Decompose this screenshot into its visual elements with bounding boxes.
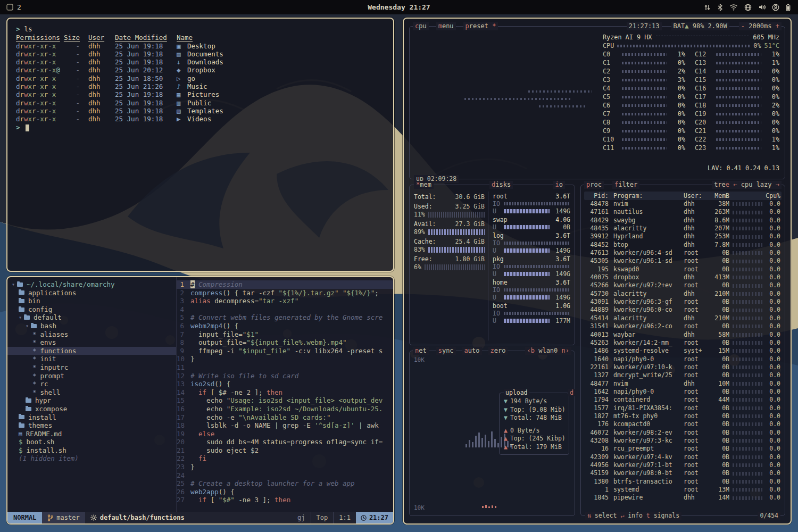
process-row[interactable]: 46072kworker/u98:2-evroot0B0.0 <box>584 429 782 437</box>
process-row[interactable]: 48429swaybgdhh8.6M0.0 <box>584 217 782 225</box>
process-row[interactable]: 45266kworker/u97:2+evroot0B0.0 <box>584 281 782 289</box>
wifi-icon[interactable] <box>729 4 738 11</box>
process-row[interactable]: 45263kworker/14:2-mm_root0B0.0 <box>584 339 782 347</box>
tree-item[interactable]: ▾bash <box>7 322 176 330</box>
tree-item[interactable]: ▾~/.local/share/omarchy <box>7 280 176 289</box>
process-row[interactable]: 43091kworker/u96:3-gfroot0B0.0 <box>584 298 782 306</box>
process-row[interactable]: 48452btopdhh7.8M0.0 <box>584 241 782 249</box>
tree-item[interactable]: hypr <box>7 396 176 405</box>
tree-item[interactable]: bin <box>7 297 176 305</box>
proc-filter[interactable]: filter <box>612 181 639 189</box>
tree-item[interactable]: install <box>7 413 176 422</box>
refresh-interval[interactable]: - 2000ms + <box>739 22 782 30</box>
tree-item[interactable]: ▾default <box>7 313 176 322</box>
process-row[interactable]: 44956kworker/u97:1-btroot0B0.0 <box>584 461 782 469</box>
disk-size: 3.6T <box>555 279 570 286</box>
tree-item[interactable]: ▤README.md <box>7 430 176 438</box>
process-row[interactable]: 1577irq/81-PIXA3854:root0B0.0 <box>584 404 782 412</box>
core-meter <box>716 121 761 124</box>
disks-title[interactable]: disks <box>489 181 513 189</box>
tree-item[interactable]: *functions <box>7 347 176 355</box>
process-row[interactable]: 48478nvimdhh38M0.0 <box>584 200 782 208</box>
tree-item[interactable]: *prompt <box>7 372 176 380</box>
process-row[interactable]: 43208kworker/u97:3-kcroot0B0.0 <box>584 437 782 445</box>
process-pid: 22161 <box>584 363 609 371</box>
window-neovim[interactable]: ▾~/.local/share/omarchyapplicationsbinco… <box>6 276 394 525</box>
tab-preset[interactable]: preset * <box>463 22 498 30</box>
process-row[interactable]: 1642napi/phy0-0root0B0.0 <box>584 388 782 396</box>
line-number: 6 <box>177 322 190 330</box>
process-row[interactable]: 45159kworker/u98:0-btroot0B0.0 <box>584 469 782 477</box>
tab-menu[interactable]: menu <box>436 22 456 30</box>
proc-footer-actions[interactable]: ⇅ select ↵ info t signals <box>585 512 681 520</box>
tree-item[interactable]: *rc <box>7 380 176 388</box>
tab-cpu[interactable]: cpu <box>413 22 429 30</box>
window-btop[interactable]: cpumenupreset * 21:27:13BAT▲ 98% 2.90W- … <box>403 18 792 525</box>
tree-item[interactable]: *inputrc <box>7 363 176 372</box>
process-row[interactable]: 16rcu_preemptroot0B0.0 <box>584 445 782 453</box>
tree-item[interactable]: themes <box>7 421 176 430</box>
tree-item[interactable]: $install.sh <box>7 446 176 455</box>
code-text: } <box>190 463 195 471</box>
process-row[interactable]: 195kswapd0root0B0.0 <box>584 265 782 273</box>
proc-sort-options[interactable]: tree ← cpu lazy → <box>712 181 782 189</box>
tree-item-label: inputrc <box>40 363 69 372</box>
command-text: ls <box>24 25 32 33</box>
process-row[interactable]: 40075dropboxdhh413M0.0 <box>584 273 782 281</box>
tree-item[interactable]: *init <box>7 355 176 363</box>
file-name: ▤Documents <box>177 50 223 58</box>
disk-used-value: 177M <box>552 317 570 325</box>
process-row[interactable]: 31541kworker/u96:2-coroot0B0.0 <box>584 322 782 330</box>
battery-icon[interactable] <box>786 4 791 11</box>
process-row[interactable]: 1640napi/phy0-0root0B0.0 <box>584 355 782 363</box>
process-row[interactable]: 1845pipewiredhh14M0.0 <box>584 494 782 502</box>
process-row[interactable]: 48435alacrittydhh207M0.0 <box>584 225 782 232</box>
process-row[interactable]: 44889kworker/u96:0-coroot0B0.0 <box>584 306 782 314</box>
git-branch[interactable]: master <box>42 512 85 523</box>
topbar-clock[interactable]: Wednesday 21:27 <box>0 3 798 11</box>
process-row[interactable]: 45414alacrittydhh210M0.0 <box>584 314 782 322</box>
bluetooth-icon[interactable] <box>717 4 723 11</box>
process-row[interactable]: 176kcompactd0root0B0.0 <box>584 420 782 428</box>
user-icon[interactable] <box>772 4 779 11</box>
mem-title[interactable]: *mem <box>414 181 434 189</box>
tree-item[interactable]: $boot.sh <box>7 438 176 446</box>
process-row[interactable]: 39912Hyprlanddhh253M0.0 <box>584 232 782 240</box>
tree-item[interactable]: *envs <box>7 338 176 347</box>
text-segment: | awk <box>355 421 379 429</box>
window-terminal[interactable]: > ls Permissions Size User Date Modified… <box>6 18 394 272</box>
code-text: lsblk -d -o NAME | grep -E '^sd[a-z]' | … <box>190 421 379 430</box>
tree-item[interactable]: config <box>7 305 176 314</box>
process-row[interactable]: 1327dmcrypt_write/25root0B0.0 <box>584 371 782 379</box>
tree-item[interactable]: xcompose <box>7 405 176 413</box>
proc-title[interactable]: proc <box>584 181 604 189</box>
process-row[interactable]: 47161nautilusdhh263M0.0 <box>584 208 782 216</box>
process-row[interactable]: 22161kworker/u97:10-kroot0B0.0 <box>584 363 782 371</box>
code-editor[interactable]: 1# Compression2compress() { tar -czf "${… <box>177 277 393 512</box>
process-row[interactable]: 42309kworker/u97:4-kvroot0B0.0 <box>584 453 782 461</box>
process-row[interactable]: 1794containerdroot44M0.0 <box>584 396 782 404</box>
process-row[interactable]: 1486systemd-resolvesyst+15M0.0 <box>584 347 782 355</box>
tree-item[interactable]: *shell <box>7 388 176 397</box>
col-name: Name <box>177 34 193 41</box>
process-row[interactable]: 48477nvimdhh10M0.0 <box>584 380 782 388</box>
volume-icon[interactable] <box>758 4 766 11</box>
process-name: kworker/u97:4-kv <box>609 453 684 461</box>
process-row[interactable]: 1systemdroot13M0.0 <box>584 486 782 494</box>
updown-arrows-icon[interactable] <box>704 4 711 11</box>
process-row[interactable]: 47613kworker/u96:4-sdroot0B0.0 <box>584 249 782 257</box>
tree-item[interactable]: (1 hidden item) <box>7 454 176 463</box>
io-tab[interactable]: io <box>553 181 565 189</box>
process-cpu-graph <box>733 373 762 377</box>
globe-icon[interactable] <box>744 4 752 11</box>
process-row[interactable]: 40013waybardhh58M0.0 <box>584 331 782 339</box>
process-row[interactable]: 45305kworker/u96:1-sdroot0B0.0 <box>584 257 782 265</box>
prompt-line-empty[interactable]: > <box>16 123 385 131</box>
net-bar-upload <box>482 506 484 508</box>
process-row[interactable]: 45730alacrittydhh210M0.0 <box>584 290 782 298</box>
process-row[interactable]: 1827mt76-tx phy0root0B0.0 <box>584 412 782 420</box>
process-row[interactable]: 1380btrfs-transactioroot0B0.0 <box>584 478 782 486</box>
process-cpu-graph <box>733 317 762 320</box>
tree-item[interactable]: *aliases <box>7 330 176 339</box>
tree-item[interactable]: applications <box>7 289 176 297</box>
